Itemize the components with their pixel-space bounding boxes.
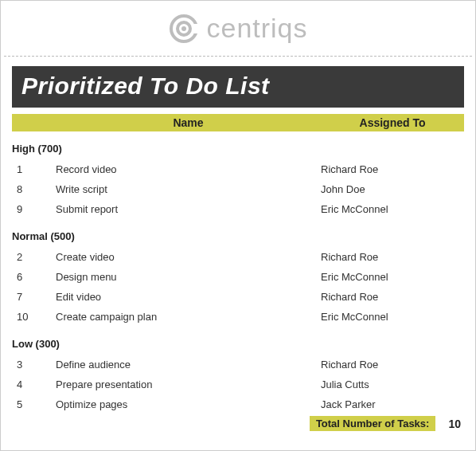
task-id: 4 xyxy=(12,378,56,390)
task-assigned: Julia Cutts xyxy=(321,378,464,390)
task-id: 7 xyxy=(12,291,56,303)
table-row: 8 Write script John Doe xyxy=(12,179,464,199)
task-id: 3 xyxy=(12,359,56,371)
footer-total-label: Total Number of Tasks: xyxy=(310,416,436,431)
task-name: Define audience xyxy=(56,359,321,371)
task-list: High (700) 1 Record video Richard Roe 8 … xyxy=(12,143,464,414)
table-row: 7 Edit video Richard Roe xyxy=(12,287,464,307)
task-assigned: Richard Roe xyxy=(321,291,464,303)
task-name: Record video xyxy=(56,163,321,175)
task-name: Optimize pages xyxy=(56,398,321,410)
task-assigned: Eric McConnel xyxy=(321,311,464,323)
task-id: 6 xyxy=(12,271,56,283)
column-header-row: Name Assigned To xyxy=(12,114,464,131)
task-name: Design menu xyxy=(56,271,321,283)
task-assigned: Richard Roe xyxy=(321,163,464,175)
task-name: Edit video xyxy=(56,291,321,303)
logo-bar: centriqs xyxy=(4,1,472,57)
brand-name: centriqs xyxy=(206,13,307,44)
title-bar: Prioritized To Do List xyxy=(12,66,464,108)
page-title: Prioritized To Do List xyxy=(21,73,455,100)
task-assigned: Jack Parker xyxy=(321,398,464,410)
task-id: 2 xyxy=(12,251,56,263)
task-id: 10 xyxy=(12,311,56,323)
table-row: 6 Design menu Eric McConnel xyxy=(12,267,464,287)
column-header-name: Name xyxy=(56,116,321,129)
task-id: 5 xyxy=(12,398,56,410)
table-row: 5 Optimize pages Jack Parker xyxy=(12,394,464,414)
table-row: 4 Prepare presentation Julia Cutts xyxy=(12,375,464,394)
group-label: High (700) xyxy=(12,143,464,155)
table-row: 1 Record video Richard Roe xyxy=(12,159,464,179)
group-label: Low (300) xyxy=(12,338,464,350)
column-header-assigned: Assigned To xyxy=(321,116,464,129)
task-id: 9 xyxy=(12,203,56,215)
task-id: 1 xyxy=(12,163,56,175)
table-row: 3 Define audience Richard Roe xyxy=(12,355,464,375)
svg-rect-3 xyxy=(192,24,200,33)
task-assigned: Eric McConnel xyxy=(321,271,464,283)
task-assigned: Eric McConnel xyxy=(321,203,464,215)
table-row: 2 Create video Richard Roe xyxy=(12,247,464,267)
task-name: Create campaign plan xyxy=(56,311,321,323)
document-page: centriqs Prioritized To Do List Name Ass… xyxy=(0,0,476,451)
task-id: 8 xyxy=(12,183,56,195)
task-name: Create video xyxy=(56,251,321,263)
centriqs-logo-icon xyxy=(168,13,200,45)
table-row: 9 Submit report Eric McConnel xyxy=(12,199,464,219)
group-label: Normal (500) xyxy=(12,230,464,242)
task-name: Prepare presentation xyxy=(56,378,321,390)
task-assigned: John Doe xyxy=(321,183,464,195)
task-assigned: Richard Roe xyxy=(321,359,464,371)
footer-total: Total Number of Tasks: 10 xyxy=(310,416,464,431)
task-name: Write script xyxy=(56,183,321,195)
footer-total-count: 10 xyxy=(448,418,464,430)
svg-point-2 xyxy=(181,26,186,31)
table-row: 10 Create campaign plan Eric McConnel xyxy=(12,307,464,327)
task-assigned: Richard Roe xyxy=(321,251,464,263)
task-name: Submit report xyxy=(56,203,321,215)
